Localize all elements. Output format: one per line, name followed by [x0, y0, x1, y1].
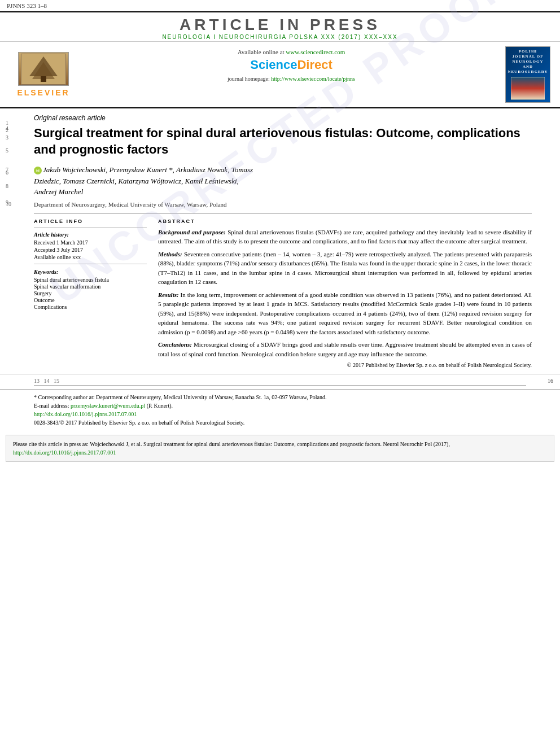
keyword-5: Complications	[34, 304, 147, 310]
footnotes: * Corresponding author at: Department of…	[0, 389, 560, 430]
conclusions-text: Microsurgical closing of a SDAVF brings …	[158, 341, 532, 357]
citation-doi-link[interactable]: http://dx.doi.org/10.1016/j.pjnns.2017.0…	[13, 449, 116, 456]
info-divider	[34, 228, 147, 228]
journal-thumbnail: POLISH JOURNAL OFNEUROLOGYAND NEUROSURGE…	[502, 46, 553, 103]
abstract-conclusions: Conclusions: Microsurgical closing of a …	[158, 340, 532, 359]
keyword-4: Outcome	[34, 297, 147, 303]
footer-lines: 13 14 15	[34, 378, 526, 384]
authors-line2: Dziedzic, Tomasz Czernicki, Katarzyna Wó…	[34, 177, 239, 185]
authors-line1: Jakub Wojciechowski, Przemysław Kunert *…	[43, 165, 253, 174]
abstract-col: ABSTRACT Background and purpose: Spinal …	[158, 219, 532, 369]
sciencedirect-url[interactable]: www.sciencedirect.com	[286, 49, 345, 55]
info-divider2	[34, 264, 147, 264]
issn-line: 0028-3843/© 2017 Published by Elsevier S…	[34, 418, 526, 427]
main-content: 1 2 3 Original research article 4 5 6 Su…	[0, 114, 560, 368]
results-label: Results:	[158, 291, 181, 298]
affil-line-num: 10	[6, 201, 11, 207]
journal-header: ELSEVIER Available online at www.science…	[0, 42, 560, 108]
footer-section: 13 14 15	[0, 374, 560, 389]
journal-center: Available online at www.sciencedirect.co…	[86, 46, 497, 103]
available-online: Available online at www.sciencedirect.co…	[86, 49, 497, 55]
article-title: Surgical treatment for spinal dural arte…	[34, 125, 532, 158]
elsevier-logo: ELSEVIER	[7, 46, 80, 103]
available-date: Available online xxx	[34, 254, 147, 260]
results-text: In the long term, improvement or achieve…	[158, 291, 532, 335]
email-label: E-mail address:	[34, 403, 69, 409]
email-line: E-mail address: przemyslaw.kunert@wum.ed…	[34, 401, 526, 410]
keyword-1: Spinal dural arteriovenous fistula	[34, 277, 147, 283]
keyword-3: Surgery	[34, 290, 147, 296]
methods-text: Seventeen consecutive patients (men – 14…	[158, 251, 532, 286]
footer-divider	[34, 385, 526, 386]
article-in-press-banner: ARTICLE IN PRESS NEUROLOGIA I NEUROCHIRU…	[0, 11, 560, 42]
journal-url[interactable]: http://www.elsevier.com/locate/pjnns	[271, 76, 355, 82]
history-label: Article history:	[34, 231, 147, 238]
accepted-date: Accepted 3 July 2017	[34, 247, 147, 253]
journal-cover: POLISH JOURNAL OFNEUROLOGYAND NEUROSURGE…	[505, 46, 550, 103]
authors-line3: Andrzej Marchel	[34, 187, 83, 196]
citation-box: Please cite this article in press as: Wo…	[6, 435, 554, 462]
page-number: 16	[548, 378, 553, 384]
background-label: Background and purpose:	[158, 229, 228, 235]
keywords-label: Keywords:	[34, 269, 147, 275]
doi-link[interactable]: http://dx.doi.org/10.1016/j.pjnns.2017.0…	[34, 411, 137, 417]
content-divider	[34, 213, 532, 214]
keyword-2: Spinal vascular malformation	[34, 283, 147, 290]
two-col-section: ARTICLE INFO Article history: Received 1…	[34, 219, 532, 369]
conclusions-label: Conclusions:	[158, 341, 194, 348]
top-bar: PJNNS 323 1–8	[0, 0, 560, 11]
received-date: Received 1 March 2017	[34, 239, 147, 246]
orcid-icon: id	[34, 167, 42, 174]
journal-homepage: journal homepage: http://www.elsevier.co…	[86, 76, 497, 82]
abstract-text: Background and purpose: Spinal dural art…	[158, 228, 532, 359]
email-link[interactable]: przemyslaw.kunert@wum.edu.pl	[71, 403, 145, 409]
methods-label: Methods:	[158, 251, 184, 257]
affiliation: Department of Neurosurgery, Medical Univ…	[34, 201, 532, 208]
abstract-results: Results: In the long term, improvement o…	[158, 290, 532, 337]
svg-rect-3	[41, 76, 46, 82]
abstract-header: ABSTRACT	[158, 219, 532, 224]
journal-name-banner: NEUROLOGIA I NEUROCHIRURGIA POLSKA XXX (…	[0, 34, 560, 40]
corresponding-text: * Corresponding author at: Department of…	[34, 394, 327, 400]
doi-line: http://dx.doi.org/10.1016/j.pjnns.2017.0…	[34, 410, 526, 418]
citation-text: Please cite this article in press as: Wo…	[13, 441, 450, 447]
author-line-nums: 7 8 9	[6, 167, 8, 206]
authors: idJakub Wojciechowski, Przemysław Kunert…	[34, 164, 532, 198]
elsevier-wordmark: ELSEVIER	[17, 88, 69, 97]
article-type: Original research article	[34, 114, 532, 122]
email-suffix: (P. Kunert).	[147, 403, 173, 409]
journal-id: PJNNS 323 1–8	[7, 2, 47, 9]
elsevier-tree-image	[18, 52, 69, 86]
corresponding-author: * Corresponding author at: Department of…	[34, 393, 526, 401]
abstract-background: Background and purpose: Spinal dural art…	[158, 228, 532, 246]
sciencedirect-logo: ScienceDirect	[86, 58, 497, 72]
article-info-col: ARTICLE INFO Article history: Received 1…	[34, 219, 147, 369]
article-info-header: ARTICLE INFO	[34, 219, 147, 224]
aip-text: ARTICLE IN PRESS	[0, 16, 560, 34]
abstract-methods: Methods: Seventeen consecutive patients …	[158, 250, 532, 287]
copyright: © 2017 Published by Elsevier Sp. z o.o. …	[158, 362, 532, 368]
